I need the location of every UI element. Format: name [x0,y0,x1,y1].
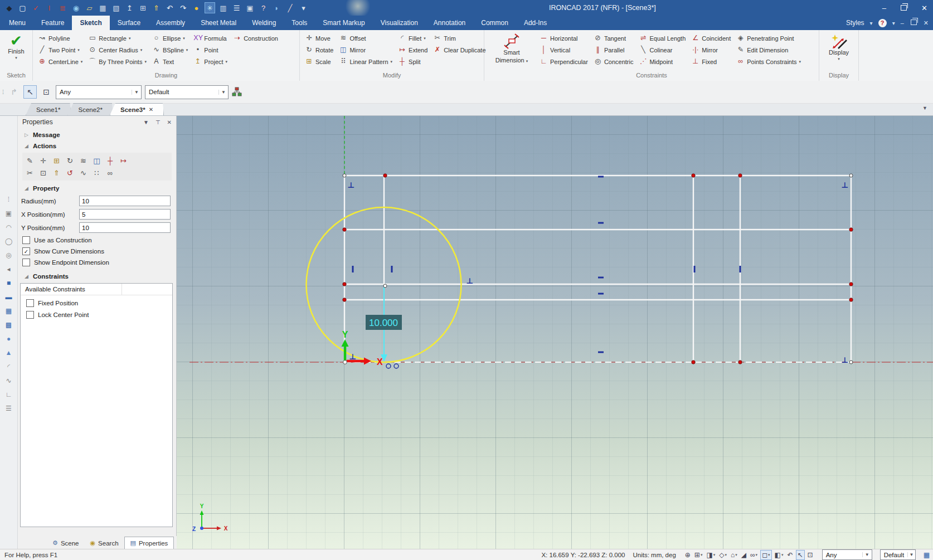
menu-tab-annotation[interactable]: Annotation [426,16,473,30]
checkbox-icon[interactable]: ✓ [22,236,30,244]
paste-shape-icon[interactable]: ▣ [4,209,14,218]
panel-pin-icon[interactable]: ⊤ [156,119,161,125]
list-tool-icon[interactable]: ☰ [4,404,14,413]
box-shape-icon[interactable]: ■ [4,279,14,288]
smart-dimension-button[interactable]: Smart Dimension ▾ [487,32,537,66]
new-drawing-icon[interactable]: Ⅰ [45,3,54,13]
minimize-button[interactable]: – [882,4,886,12]
import-icon[interactable]: ↥ [125,3,134,13]
parallel-button[interactable]: ∥ Parallel ▾ [591,44,636,56]
selection-filter-dropdown[interactable]: Any ▼ [56,85,142,99]
extrude-icon[interactable]: ⇑ [51,168,62,178]
assistant-icon[interactable]: ● [192,3,201,13]
add-copy-icon[interactable]: ⊞ [138,3,148,13]
actions-section-header[interactable]: ◢ Actions [18,139,176,150]
select-cursor-button[interactable]: ↖ [23,85,37,99]
checkbox-icon[interactable]: ✓ [22,247,30,255]
menu-tab-visualization[interactable]: Visualization [373,16,426,30]
colinear-button[interactable]: ╲ Colinear ▾ [636,44,688,56]
show-endpoint-dimension-checkbox[interactable]: ✓ Show Endpoint Dimension [22,259,174,266]
checkbox-icon[interactable]: ✓ [22,259,30,266]
help-icon[interactable]: ? [878,19,887,27]
scene-tab-1[interactable]: Scene1* ✕ [26,103,71,115]
finish-button[interactable]: ✔ Finish ▾ [3,32,28,61]
horizontal-button[interactable]: ─ Horizontal ▾ [537,32,591,44]
edit-save-icon[interactable]: ▧ [111,3,121,13]
menu-tab-surface[interactable]: Surface [110,16,148,30]
menu-tab-menu[interactable]: Menu [1,16,33,30]
new-scene-icon[interactable]: ▢ [18,3,27,13]
spline-tool-icon[interactable]: ∿ [4,376,14,385]
angle-tool-icon[interactable]: ∟ [4,390,14,399]
two-point-button[interactable]: ╱ Two Point ▾ [35,44,85,56]
display-mode-icon[interactable]: ◻ ▾ [760,550,771,560]
paint-tool-icon[interactable]: ◗ [272,3,281,13]
status-filter-dropdown[interactable]: Any ▼ [822,549,872,560]
trim-button[interactable]: ✂ Trim ▾ [430,32,488,44]
equal-length-button[interactable]: ⇌ Equal Length ▾ [636,32,688,44]
move-curve-icon[interactable]: ✛ [38,155,48,165]
collapse-arrow-icon[interactable]: ◂ [4,265,14,274]
new-checked-scene-icon[interactable]: ✓ [31,3,41,13]
mirror-button[interactable]: ◫ Mirror ▾ [336,44,395,56]
save-icon[interactable]: ▦ [98,3,108,13]
drag-handle-icon[interactable]: ⁞ [4,195,14,204]
close-button[interactable]: ✕ [921,4,927,12]
styles-menu[interactable]: Styles [846,19,864,27]
slab-shape-icon[interactable]: ▬ [4,293,14,301]
offset-button[interactable]: ≋ Offset ▾ [336,32,395,44]
box-select-button[interactable]: ⊡ [40,86,52,98]
toolbar-drag-handle[interactable]: ⁞ [2,89,4,95]
panel-close-icon[interactable]: ✕ [167,119,172,125]
penetrating-point-button[interactable]: ◈ Penetrating Point ▾ [733,32,804,44]
concentric-button[interactable]: ◎ Concentric ▾ [591,56,636,67]
style-dropdown[interactable]: Default ▼ [145,85,229,99]
styles-arrow-icon[interactable]: ▾ [870,20,873,26]
visual-style-icon[interactable]: ∞ ▾ [749,551,759,559]
revolve-icon[interactable]: ↺ [65,168,75,178]
use-as-construction-checkbox[interactable]: ✓ Use as Construction [22,236,174,244]
chevron-down-icon[interactable]: ▼ [922,105,927,111]
cone-shape-icon[interactable]: ▲ [4,348,14,357]
mdi-minimize-button[interactable]: – [901,20,904,26]
options-list-icon[interactable]: ☰ [232,3,241,13]
menu-tab-add-ins[interactable]: Add-Ins [516,16,555,30]
help-icon[interactable]: ? [259,3,268,13]
menu-tab-welding[interactable]: Welding [244,16,284,30]
pattern-icon[interactable]: ∷ [91,168,102,178]
mdi-restore-button[interactable] [911,20,917,26]
hierarchy-icon[interactable] [232,87,242,97]
bspline-button[interactable]: ∿ BSpline ▾ [149,44,191,56]
dimension-value[interactable]: 10.000 [369,318,398,328]
scene-tab-2[interactable]: Scene2* ✕ [67,103,113,115]
menu-tab-sketch[interactable]: Sketch [72,16,109,30]
sketch-viewport[interactable]: 10.000 ⊥ ⊥ ⊥ ⊥ ⊥ [177,116,933,549]
show-curve-dimensions-checkbox[interactable]: ✓ Show Curve Dimensions [22,247,174,255]
vertical-button[interactable]: │ Vertical ▾ [537,44,591,56]
lock-center-point-checkbox[interactable]: ✓ Lock Center Point [26,311,170,319]
wedge-view-icon[interactable]: ◢ ▾ [740,551,747,559]
coincident-button[interactable]: ∠ Coincident ▾ [688,32,733,44]
scale-button[interactable]: ⊞ Scale ▾ [302,56,336,67]
arc-shape-icon[interactable]: ◠ [4,223,14,232]
new-sheet-icon[interactable]: ≣ [58,3,67,13]
fixed-position-checkbox[interactable]: ✓ Fixed Position [26,299,170,307]
edit-curve-icon[interactable]: ✎ [25,155,35,165]
constraints-section-header[interactable]: ◢ Constraints [18,270,176,281]
panel-menu-arrow-icon[interactable]: ▼ [143,119,149,125]
new-cad-icon[interactable]: ◉ [71,3,81,13]
text-button[interactable]: A Text ▾ [149,56,191,67]
status-grid-icon[interactable]: ▦ [924,551,931,559]
fillet-button[interactable]: ◜ Fillet ▾ [395,32,430,44]
property-section-header[interactable]: ◢ Property [18,182,176,193]
fixed-button[interactable]: ⊥ Fixed ▾ [688,56,733,67]
pen-tool-icon[interactable]: ╱ [285,3,295,13]
extend-button[interactable]: ↦ Extend ▾ [395,44,430,56]
midpoint-button[interactable]: ⋰ Midpoint ▾ [636,56,688,67]
split-curve-icon[interactable]: ┼ [105,155,115,165]
camera-walk-icon[interactable]: ⌂ ▾ [730,551,738,559]
checkbox-icon[interactable]: ✓ [26,311,34,319]
by-three-points-button[interactable]: ⌒ By Three Points ▾ [85,56,149,67]
block-shape-icon[interactable]: ▦ [4,306,14,315]
menu-tab-assembly[interactable]: Assembly [148,16,193,30]
